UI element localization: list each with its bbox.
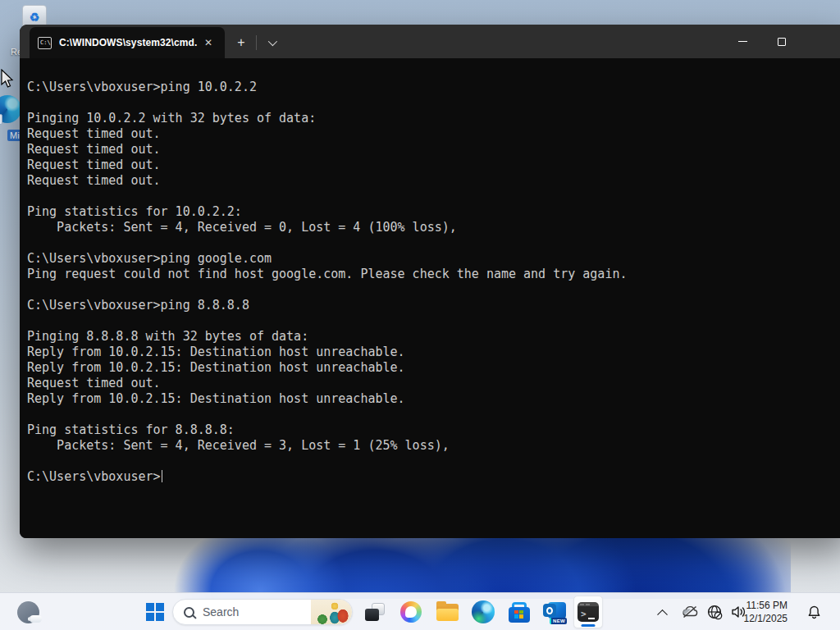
title-bar[interactable]: C:\ C:\WINDOWS\system32\cmd. ✕ + bbox=[20, 25, 840, 58]
file-explorer-button[interactable] bbox=[431, 596, 463, 628]
notifications-button[interactable] bbox=[802, 600, 825, 624]
copilot-icon bbox=[400, 601, 422, 623]
minimize-button[interactable] bbox=[724, 25, 762, 58]
copilot-button[interactable] bbox=[395, 596, 427, 628]
new-tab-button[interactable]: + bbox=[230, 31, 253, 54]
globe-no-internet-icon bbox=[705, 603, 724, 622]
microsoft-store-button[interactable] bbox=[503, 596, 536, 628]
tab-title: C:\WINDOWS\system32\cmd. bbox=[59, 37, 199, 48]
terminal-output[interactable]: C:\Users\vboxuser>ping 10.0.2.2Pinging 1… bbox=[20, 58, 840, 538]
shortcut-arrow-icon: ↗ bbox=[0, 114, 2, 125]
tray-time: 11:56 PM bbox=[744, 599, 788, 612]
bell-icon bbox=[805, 603, 824, 622]
cmd-icon: C:\ bbox=[38, 37, 52, 49]
onedrive-tray-button[interactable] bbox=[678, 600, 701, 624]
start-button[interactable] bbox=[139, 596, 171, 628]
text-cursor bbox=[162, 470, 162, 482]
maximize-icon bbox=[778, 38, 786, 46]
tray-date: 12/1/2025 bbox=[744, 612, 788, 625]
windows-logo-icon bbox=[146, 603, 164, 621]
chevron-down-icon bbox=[268, 37, 277, 46]
task-view-icon bbox=[365, 603, 385, 621]
terminal-prompt-line: C:\Users\vboxuser> bbox=[27, 469, 840, 485]
tab-cmd[interactable]: C:\ C:\WINDOWS\system32\cmd. ✕ bbox=[30, 27, 225, 58]
tabbar-separator bbox=[256, 35, 257, 50]
outlook-button[interactable]: NEW bbox=[538, 596, 571, 628]
weather-icon bbox=[17, 601, 39, 623]
terminal-button-active[interactable]: > bbox=[573, 596, 603, 628]
wallpaper-bloom bbox=[74, 529, 791, 599]
search-icon bbox=[184, 607, 194, 618]
edge-desktop-shortcut[interactable]: ↗ bbox=[0, 95, 21, 123]
cloud-slash-icon bbox=[680, 602, 700, 622]
maximize-button[interactable] bbox=[762, 25, 801, 58]
mouse-cursor bbox=[1, 69, 15, 89]
outlook-icon: NEW bbox=[543, 601, 566, 623]
search-placeholder: Search bbox=[203, 605, 311, 619]
folder-icon bbox=[436, 604, 459, 621]
tray-overflow-button[interactable] bbox=[651, 600, 673, 624]
chevron-up-icon bbox=[657, 609, 668, 619]
clock[interactable]: 11:56 PM 12/1/2025 bbox=[744, 599, 788, 625]
terminal-icon: > bbox=[578, 602, 599, 622]
network-tray-button[interactable] bbox=[703, 600, 726, 624]
terminal-lines: C:\Users\vboxuser>ping 10.0.2.2Pinging 1… bbox=[27, 80, 840, 469]
search-box[interactable]: Search bbox=[172, 599, 353, 625]
edge-icon bbox=[0, 95, 21, 123]
task-view-button[interactable] bbox=[358, 596, 391, 628]
taskbar: Search NEW > bbox=[0, 592, 840, 630]
active-app-indicator bbox=[582, 624, 596, 627]
tab-close-button[interactable]: ✕ bbox=[199, 33, 218, 52]
edge-button[interactable] bbox=[467, 596, 500, 628]
tab-dropdown-button[interactable] bbox=[260, 31, 283, 54]
terminal-window: C:\ C:\WINDOWS\system32\cmd. ✕ + C:\User… bbox=[20, 25, 840, 538]
minimize-icon bbox=[738, 41, 747, 42]
outlook-new-badge: NEW bbox=[550, 618, 567, 624]
search-daily-image[interactable] bbox=[311, 599, 352, 625]
store-icon bbox=[509, 602, 530, 623]
widgets-button[interactable] bbox=[11, 596, 44, 628]
edge-icon bbox=[472, 600, 495, 623]
